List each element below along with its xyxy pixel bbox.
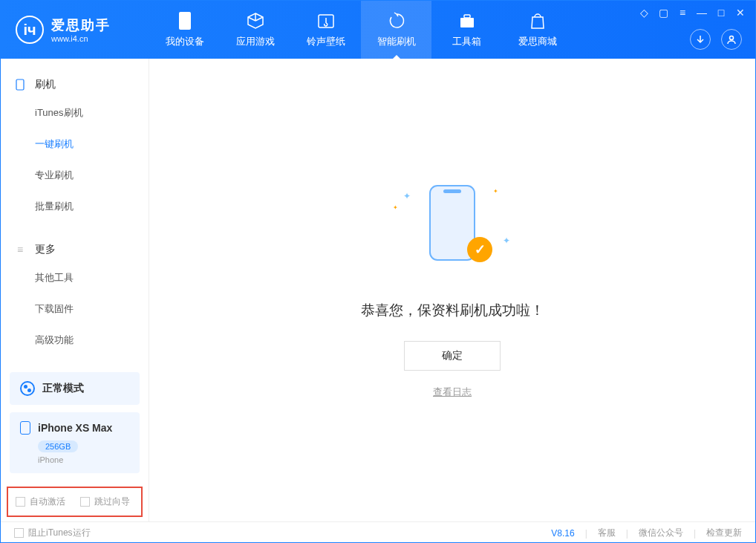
svg-rect-7 [443, 189, 461, 193]
window-controls: ◇ ▢ ≡ — □ ✕ [638, 7, 746, 19]
svg-rect-3 [464, 15, 470, 18]
mode-text: 正常模式 [42, 382, 84, 395]
svg-rect-0 [179, 12, 191, 30]
success-illustration: ✓ ✦ ✦ ✦ ✦ [393, 182, 512, 279]
svg-rect-5 [16, 79, 24, 90]
checkbox-skip-guide[interactable]: 跳过向导 [80, 495, 130, 508]
logo-icon: iч [16, 16, 44, 44]
tab-toolbox[interactable]: 工具箱 [431, 1, 502, 59]
sidebar-section-flash: 刷机 [1, 72, 149, 97]
confirm-button[interactable]: 确定 [404, 341, 501, 371]
sidebar-item-pro-flash[interactable]: 专业刷机 [1, 160, 149, 191]
sidebar-item-download-firmware[interactable]: 下载固件 [1, 293, 149, 325]
sparkle-icon: ✦ [403, 191, 411, 201]
maximize-icon[interactable]: □ [715, 7, 727, 19]
header: iч 爱思助手 www.i4.cn 我的设备 应用游戏 铃声壁纸 智能刷机 工具… [1, 1, 755, 59]
tab-ringtones[interactable]: 铃声壁纸 [290, 1, 361, 59]
sidebar-section-more: ≡ 更多 [1, 237, 149, 262]
device-icon [14, 79, 26, 91]
svg-point-4 [730, 36, 734, 40]
app-title: 爱思助手 [51, 16, 111, 34]
sidebar-item-batch-flash[interactable]: 批量刷机 [1, 191, 149, 222]
list-icon: ≡ [14, 244, 26, 256]
skin-icon[interactable]: ◇ [638, 7, 650, 19]
check-circle-icon: ✓ [467, 237, 492, 262]
device-type: iPhone [38, 455, 129, 464]
main-content: ✓ ✦ ✦ ✦ ✦ 恭喜您，保资料刷机成功啦！ 确定 查看日志 [149, 59, 755, 521]
view-log-link[interactable]: 查看日志 [433, 386, 472, 399]
music-folder-icon [316, 11, 336, 30]
tab-apps-games[interactable]: 应用游戏 [220, 1, 290, 59]
sidebar-item-itunes-flash[interactable]: iTunes刷机 [1, 97, 149, 129]
device-panel: 正常模式 iPhone XS Max 256GB iPhone [1, 372, 149, 482]
sidebar-item-advanced[interactable]: 高级功能 [1, 325, 149, 356]
mode-icon [20, 381, 35, 396]
support-link[interactable]: 客服 [598, 527, 616, 539]
sparkle-icon: ✦ [493, 188, 498, 195]
success-title: 恭喜您，保资料刷机成功啦！ [361, 301, 544, 320]
sparkle-icon: ✦ [503, 235, 510, 246]
tab-my-device[interactable]: 我的设备 [149, 1, 220, 59]
toolbox-icon [457, 11, 477, 30]
menu-icon[interactable]: ≡ [677, 7, 688, 19]
feedback-icon[interactable]: ▢ [657, 7, 669, 19]
footer: 阻止iTunes运行 V8.16 | 客服 | 微信公众号 | 检查更新 [1, 521, 755, 543]
tab-smart-flash[interactable]: 智能刷机 [361, 1, 431, 59]
highlighted-checkbox-row: 自动激活 跳过向导 [7, 487, 143, 517]
tab-store[interactable]: 爱思商城 [502, 1, 573, 59]
user-button[interactable] [721, 29, 742, 50]
device-name: iPhone XS Max [38, 422, 112, 434]
sidebar-item-other-tools[interactable]: 其他工具 [1, 262, 149, 293]
device-phone-icon [20, 421, 30, 435]
checkbox-icon [80, 497, 90, 507]
cube-icon [246, 11, 265, 30]
logo-area: iч 爱思助手 www.i4.cn [1, 16, 149, 44]
sidebar: 刷机 iTunes刷机 一键刷机 专业刷机 批量刷机 ≡ 更多 其他工具 下载固… [1, 59, 149, 521]
refresh-icon [387, 11, 406, 30]
close-icon[interactable]: ✕ [734, 7, 746, 19]
checkbox-auto-activate[interactable]: 自动激活 [16, 495, 65, 508]
sparkle-icon: ✦ [393, 204, 398, 211]
device-box[interactable]: iPhone XS Max 256GB iPhone [10, 412, 140, 473]
checkbox-icon [16, 497, 25, 507]
checkbox-block-itunes[interactable]: 阻止iTunes运行 [14, 527, 91, 539]
phone-icon [175, 11, 195, 30]
wechat-link[interactable]: 微信公众号 [639, 527, 683, 539]
nav-tabs: 我的设备 应用游戏 铃声壁纸 智能刷机 工具箱 爱思商城 [149, 1, 573, 59]
mode-box[interactable]: 正常模式 [10, 372, 140, 405]
version-label: V8.16 [551, 528, 574, 539]
sidebar-item-onekey-flash[interactable]: 一键刷机 [1, 129, 149, 160]
download-button[interactable] [690, 29, 711, 50]
check-update-link[interactable]: 检查更新 [706, 527, 742, 539]
bag-icon [528, 11, 547, 30]
device-capacity: 256GB [38, 440, 78, 452]
svg-rect-2 [460, 18, 474, 27]
checkbox-icon [14, 528, 24, 538]
minimize-icon[interactable]: — [696, 7, 708, 19]
app-url: www.i4.cn [51, 34, 111, 43]
